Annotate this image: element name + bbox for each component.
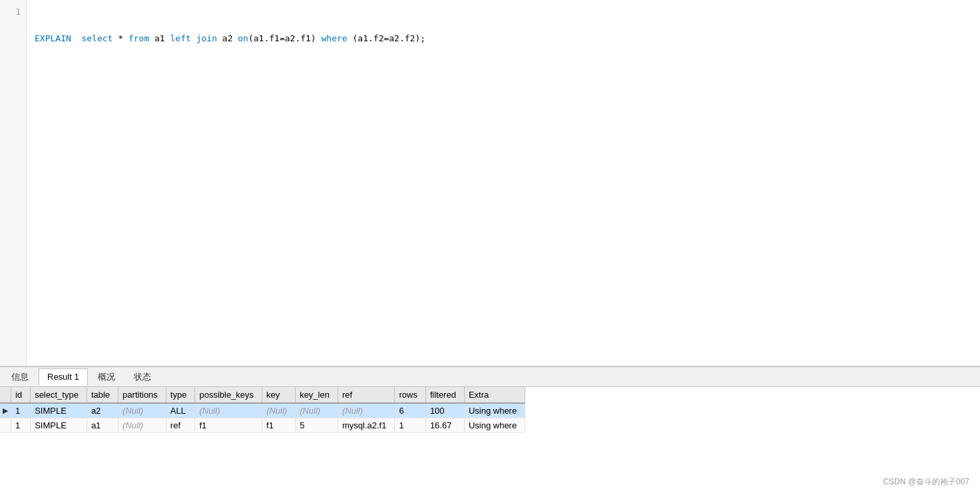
th-key-len: key_len bbox=[296, 387, 338, 403]
table-cell: (Null) bbox=[195, 403, 262, 418]
th-ref: ref bbox=[338, 387, 394, 403]
table-cell: 5 bbox=[296, 418, 338, 433]
keyword-on: on bbox=[238, 32, 248, 45]
table-cell: 1 bbox=[395, 418, 425, 433]
table-cell: (Null) bbox=[262, 403, 296, 418]
th-partitions: partitions bbox=[119, 387, 166, 403]
table-body: ▶1SIMPLEa2(Null)ALL(Null)(Null)(Null)(Nu… bbox=[0, 403, 525, 433]
table-cell: SIMPLE bbox=[31, 403, 87, 418]
code-condition2: (a1.f2=a2.f2); bbox=[348, 32, 425, 45]
th-extra: Extra bbox=[464, 387, 525, 403]
code-content[interactable]: EXPLAIN select * from a1 left join a2 on… bbox=[27, 0, 980, 366]
table-cell: Using where bbox=[464, 418, 525, 433]
table-cell: mysql.a2.f1 bbox=[338, 418, 394, 433]
table-cell: 100 bbox=[425, 403, 464, 418]
tabs-bar: 信息 Result 1 概况 状态 bbox=[0, 367, 980, 387]
keyword-select: select bbox=[81, 32, 113, 45]
table-cell: (Null) bbox=[296, 403, 338, 418]
table-cell: f1 bbox=[195, 418, 262, 433]
editor-area: 1 EXPLAIN select * from a1 left join a2 … bbox=[0, 0, 980, 366]
table-cell: a1 bbox=[87, 418, 118, 433]
table-cell: Using where bbox=[464, 403, 525, 418]
tab-overview[interactable]: 概况 bbox=[89, 368, 124, 386]
table-cell: SIMPLE bbox=[31, 418, 87, 433]
table-cell bbox=[0, 418, 11, 433]
th-key: key bbox=[262, 387, 296, 403]
results-table: id select_type table partitions type pos… bbox=[0, 387, 525, 433]
table-cell: f1 bbox=[262, 418, 296, 433]
tab-status[interactable]: 状态 bbox=[125, 368, 160, 386]
table-header-row: id select_type table partitions type pos… bbox=[0, 387, 525, 403]
table-cell: 1 bbox=[11, 403, 31, 418]
bottom-panel: 信息 Result 1 概况 状态 id select_type table p… bbox=[0, 366, 980, 493]
code-condition1: (a1.f1=a2.f1) bbox=[248, 32, 322, 45]
code-table1: a1 bbox=[149, 32, 170, 45]
code-space1 bbox=[71, 32, 82, 45]
table-cell: ALL bbox=[166, 403, 195, 418]
table-row[interactable]: ▶1SIMPLEa2(Null)ALL(Null)(Null)(Null)(Nu… bbox=[0, 403, 525, 418]
code-table2: a2 bbox=[217, 32, 238, 45]
keyword-explain: EXPLAIN bbox=[35, 32, 71, 45]
th-id: id bbox=[11, 387, 31, 403]
th-type: type bbox=[166, 387, 195, 403]
keyword-where: where bbox=[322, 32, 348, 45]
table-cell: 1 bbox=[11, 418, 31, 433]
results-area[interactable]: id select_type table partitions type pos… bbox=[0, 387, 980, 493]
table-row[interactable]: 1SIMPLEa1(Null)reff1f15mysql.a2.f1116.67… bbox=[0, 418, 525, 433]
th-rows: rows bbox=[395, 387, 425, 403]
table-cell: (Null) bbox=[119, 403, 166, 418]
watermark: CSDN @奋斗的袍子007 bbox=[883, 476, 969, 488]
keyword-left: left bbox=[170, 32, 191, 45]
th-possible-keys: possible_keys bbox=[195, 387, 262, 403]
keyword-join: join bbox=[191, 32, 217, 45]
code-line-1: EXPLAIN select * from a1 left join a2 on… bbox=[35, 32, 972, 45]
table-cell: 16.67 bbox=[425, 418, 464, 433]
table-cell: ▶ bbox=[0, 403, 11, 418]
th-table: table bbox=[87, 387, 118, 403]
line-number-1: 1 bbox=[0, 5, 26, 19]
th-filtered: filtered bbox=[425, 387, 464, 403]
table-cell: (Null) bbox=[338, 403, 394, 418]
table-cell: a2 bbox=[87, 403, 118, 418]
table-cell: ref bbox=[166, 418, 195, 433]
line-numbers: 1 bbox=[0, 0, 27, 366]
tab-info[interactable]: 信息 bbox=[3, 368, 37, 386]
tab-result1[interactable]: Result 1 bbox=[39, 368, 88, 386]
keyword-from: from bbox=[128, 32, 149, 45]
code-star: * bbox=[113, 32, 128, 45]
th-select-type: select_type bbox=[31, 387, 87, 403]
th-indicator bbox=[0, 387, 11, 403]
table-cell: (Null) bbox=[119, 418, 166, 433]
table-cell: 6 bbox=[395, 403, 425, 418]
